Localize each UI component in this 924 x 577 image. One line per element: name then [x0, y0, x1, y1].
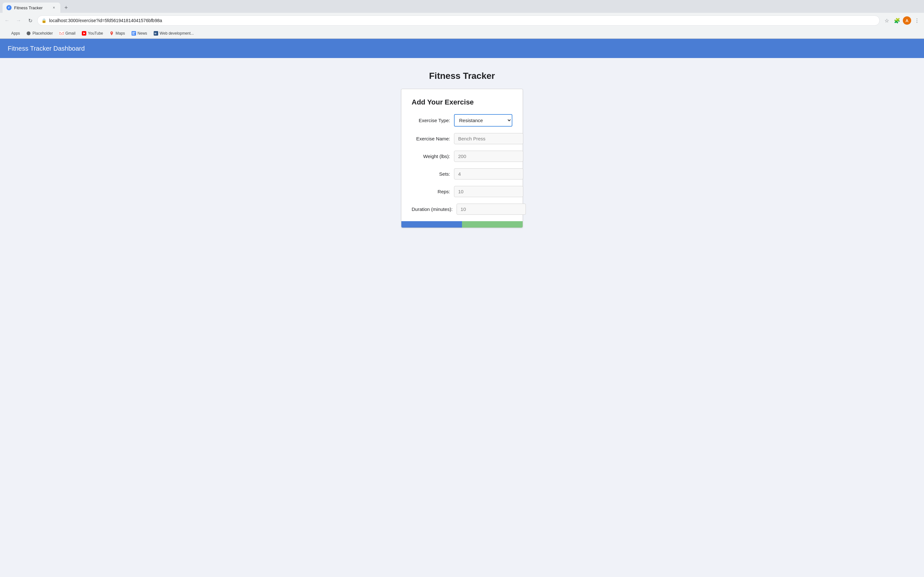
exercise-form-card: Add Your Exercise Exercise Type: Resista…	[401, 89, 523, 228]
bookmark-apps[interactable]: Apps	[3, 30, 23, 37]
address-bar[interactable]: 🔒 localhost:3000/exercise?id=5fd56194181…	[37, 15, 880, 26]
star-icon: ☆	[885, 18, 889, 24]
svg-point-0	[27, 31, 31, 35]
url-text: localhost:3000/exercise?id=5fd5619418140…	[49, 18, 876, 23]
weight-label: Weight (lbs):	[412, 153, 450, 159]
bookmark-webdev-label: Web development...	[160, 31, 194, 35]
duration-group: Duration (minutes):	[412, 203, 512, 215]
bookmark-gmail-label: Gmail	[65, 31, 75, 35]
profile-button[interactable]: A	[903, 16, 911, 25]
tab-title: Fitness Tracker	[14, 5, 49, 10]
exercise-type-label: Exercise Type:	[412, 118, 450, 123]
svg-rect-6	[132, 32, 136, 33]
apps-favicon	[5, 31, 10, 35]
new-tab-button[interactable]: +	[61, 3, 71, 12]
app-header-title: Fitness Tracker Dashboard	[8, 45, 85, 52]
webdev-favicon: W	[153, 31, 158, 35]
reload-icon: ↻	[28, 18, 32, 24]
forward-button[interactable]: →	[14, 16, 23, 25]
bookmark-youtube-label: YouTube	[88, 31, 103, 35]
app-header: Fitness Tracker Dashboard	[0, 39, 924, 58]
svg-rect-8	[132, 34, 135, 35]
bookmark-maps-label: Maps	[115, 31, 125, 35]
browser-actions: ☆ 🧩 A ⋮	[882, 16, 921, 25]
sets-label: Sets:	[412, 171, 450, 177]
exercise-name-label: Exercise Name:	[412, 136, 450, 141]
back-icon: ←	[5, 18, 10, 23]
weight-input[interactable]	[454, 151, 523, 162]
tab-close-button[interactable]: ×	[51, 5, 57, 10]
exercise-type-group: Exercise Type: Resistance Cardio Flexibi…	[412, 114, 512, 127]
maps-favicon	[110, 31, 114, 35]
tab-favicon: F	[6, 5, 11, 10]
duration-label: Duration (minutes):	[412, 206, 453, 213]
svg-point-4	[111, 32, 112, 33]
svg-text:W: W	[154, 32, 157, 35]
exercise-name-input[interactable]	[454, 133, 523, 144]
placeholder-favicon	[26, 31, 31, 35]
lock-icon: 🔒	[41, 18, 47, 23]
profile-initial: A	[905, 18, 908, 23]
sets-input[interactable]	[454, 168, 523, 179]
bookmark-gmail[interactable]: Gmail	[57, 30, 78, 37]
bookmark-news-label: News	[137, 31, 147, 35]
news-favicon	[132, 31, 136, 35]
reps-input[interactable]	[454, 186, 523, 197]
bookmark-webdev[interactable]: W Web development...	[151, 30, 197, 37]
reload-button[interactable]: ↻	[26, 16, 35, 25]
active-tab[interactable]: F Fitness Tracker ×	[3, 3, 60, 13]
menu-button[interactable]: ⋮	[913, 16, 921, 25]
back-button[interactable]: ←	[3, 16, 11, 25]
puzzle-icon: 🧩	[894, 18, 900, 24]
bookmark-apps-label: Apps	[11, 31, 20, 35]
svg-rect-1	[59, 31, 64, 35]
bookmark-youtube[interactable]: YouTube	[79, 30, 105, 37]
bookmark-placeholder-label: Placeholder	[32, 31, 53, 35]
gmail-favicon	[59, 31, 64, 35]
weight-group: Weight (lbs):	[412, 151, 512, 162]
duration-input[interactable]	[457, 203, 526, 215]
youtube-favicon	[82, 31, 86, 35]
bookmark-news[interactable]: News	[129, 30, 150, 37]
page-title: Fitness Tracker	[429, 71, 495, 81]
star-button[interactable]: ☆	[882, 16, 891, 25]
bookmark-maps[interactable]: Maps	[107, 30, 128, 37]
sets-group: Sets:	[412, 168, 512, 179]
tab-bar: F Fitness Tracker × +	[0, 0, 924, 13]
exercise-type-select[interactable]: Resistance Cardio Flexibility Balance	[454, 114, 512, 127]
browser-chrome: F Fitness Tracker × + ← → ↻ 🔒 localhost:…	[0, 0, 924, 39]
exercise-name-group: Exercise Name:	[412, 133, 512, 144]
svg-rect-7	[132, 33, 134, 34]
form-title: Add Your Exercise	[412, 98, 512, 106]
reps-label: Reps:	[412, 189, 450, 194]
bookmarks-bar: Apps Placeholder Gmail	[0, 28, 924, 39]
form-buttons-area	[401, 221, 523, 227]
forward-icon: →	[16, 18, 21, 23]
menu-icon: ⋮	[914, 18, 919, 24]
address-bar-row: ← → ↻ 🔒 localhost:3000/exercise?id=5fd56…	[0, 13, 924, 28]
bookmark-placeholder[interactable]: Placeholder	[24, 30, 55, 37]
extensions-button[interactable]: 🧩	[893, 16, 901, 25]
main-content: Fitness Tracker Add Your Exercise Exerci…	[0, 58, 924, 577]
reps-group: Reps:	[412, 186, 512, 197]
